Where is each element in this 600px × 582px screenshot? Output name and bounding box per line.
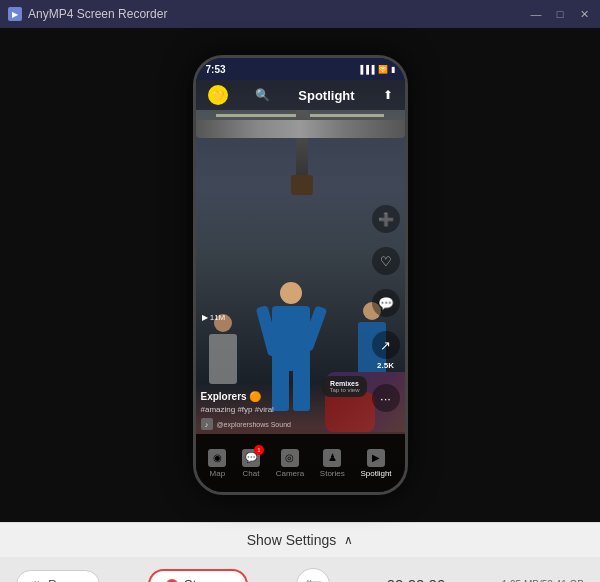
pipe-horizontal [196,120,405,138]
tiktok-nav-stories[interactable]: ♟ Stories [320,449,345,478]
tiktok-spotlight-title: Spotlight [298,88,354,103]
stop-label: Stop [184,577,211,582]
pause-label: Pause [48,577,85,582]
signal-icon: ▐▐▐ [357,65,374,74]
add-icon: ➕ [372,205,400,233]
stories-nav-label: Stories [320,469,345,478]
worker-main-arm-right [300,305,327,351]
screenshot-button[interactable]: 📷 [296,568,330,583]
chat-nav-label: Chat [243,469,260,478]
worker2-body [209,334,237,384]
status-time: 7:53 [206,64,226,75]
tiktok-nav-map[interactable]: ◉ Map [208,449,226,478]
spotlight-nav-icon: ▶ [367,449,385,467]
title-bar: ▶ AnyMP4 Screen Recorder — □ ✕ [0,0,600,28]
wifi-icon: 🛜 [378,65,388,74]
status-bar: 7:53 ▐▐▐ 🛜 ▮ [196,58,405,80]
recording-area: 7:53 ▐▐▐ 🛜 ▮ 💛 🔍 Spotlight ⬆ [0,28,600,522]
status-icons: ▐▐▐ 🛜 ▮ [357,65,394,74]
pause-button[interactable]: ⏸ Pause [16,570,100,582]
sound-name: @explorershows Sound [217,421,291,428]
music-icon: ♪ [201,418,213,430]
remixes-sub: Tap to view [329,387,359,393]
camera-nav-label: Camera [276,469,304,478]
comment-icon: 💬 [372,289,400,317]
app-icon: ▶ [8,7,22,21]
more-action[interactable]: ··· [372,384,400,412]
controls-bar: ⏸ Pause Stop 📷 00:00:06 1.25 MB/52.41 GB [0,557,600,582]
comment-action[interactable]: 💬 [372,289,400,317]
chat-nav-icon: 💬 1 [242,449,260,467]
share-action[interactable]: ↗ 2.5K [372,331,400,370]
title-bar-left: ▶ AnyMP4 Screen Recorder [8,7,167,21]
remixes-label: Remixes [330,380,359,387]
tiktok-nav-camera[interactable]: ◎ Camera [276,449,304,478]
battery-icon: ▮ [391,65,395,74]
share-icon[interactable]: ⬆ [383,88,393,102]
pause-icon: ⏸ [31,579,42,583]
worker-main-head [280,282,302,304]
video-content: ▶ 11M Explorers 🟠 #amazing #fyp #viral ♪… [196,58,405,492]
chevron-up-icon: ∧ [344,533,353,547]
tiktok-nav-chat[interactable]: 💬 1 Chat [242,449,260,478]
view-count-overlay: ▶ 11M [202,313,226,322]
search-icon[interactable]: 🔍 [255,88,270,102]
maximize-button[interactable]: □ [552,6,568,22]
map-nav-icon: ◉ [208,449,226,467]
phone-screen: 7:53 ▐▐▐ 🛜 ▮ 💛 🔍 Spotlight ⬆ [196,58,405,492]
show-settings-bar[interactable]: Show Settings ∧ [0,522,600,557]
tiktok-nav-spotlight[interactable]: ▶ Spotlight [360,449,391,478]
spotlight-bulb-icon: 💛 [208,85,228,105]
tiktok-top-right: ⬆ [383,88,393,102]
phone-frame: 7:53 ▐▐▐ 🛜 ▮ 💛 🔍 Spotlight ⬆ [193,55,408,495]
factory-background: ▶ 11M Explorers 🟠 #amazing #fyp #viral ♪… [196,58,405,492]
share-count: 2.5K [377,361,394,370]
map-nav-label: Map [210,469,226,478]
view-count-text: ▶ 11M [202,313,226,322]
stories-nav-icon: ♟ [323,449,341,467]
chat-badge: 1 [254,445,264,455]
like-action[interactable]: ♡ [372,247,400,275]
right-overlay: ➕ ♡ 💬 ↗ 2.5K ··· [372,205,400,412]
heart-icon: ♡ [372,247,400,275]
hashtags: #amazing #fyp #viral [201,405,365,414]
timer-display: 00:00:06 [378,576,453,582]
spotlight-nav-label: Spotlight [360,469,391,478]
camera-nav-icon: ◎ [281,449,299,467]
add-action[interactable]: ➕ [372,205,400,233]
worker-main-arm-left [255,305,280,356]
storage-info: 1.25 MB/52.41 GB [502,578,584,583]
minimize-button[interactable]: — [528,6,544,22]
show-settings-label: Show Settings [247,532,337,548]
app-title: AnyMP4 Screen Recorder [28,7,167,21]
share-arrow-icon: ↗ [372,331,400,359]
camera-icon: 📷 [305,577,322,583]
tiktok-bottom-nav: ◉ Map 💬 1 Chat ◎ Camera ♟ Stories [196,434,405,492]
sound-row: ♪ @explorershows Sound [201,418,365,430]
title-bar-controls: — □ ✕ [528,6,592,22]
remixes-popup[interactable]: Remixes Tap to view [322,376,366,397]
worker-main-body [272,306,310,371]
tiktok-top-bar: 💛 🔍 Spotlight ⬆ [196,80,405,110]
stop-button[interactable]: Stop [148,569,248,582]
more-icon: ··· [372,384,400,412]
stop-circle-icon [166,579,178,583]
worker-main [266,282,316,402]
close-button[interactable]: ✕ [576,6,592,22]
